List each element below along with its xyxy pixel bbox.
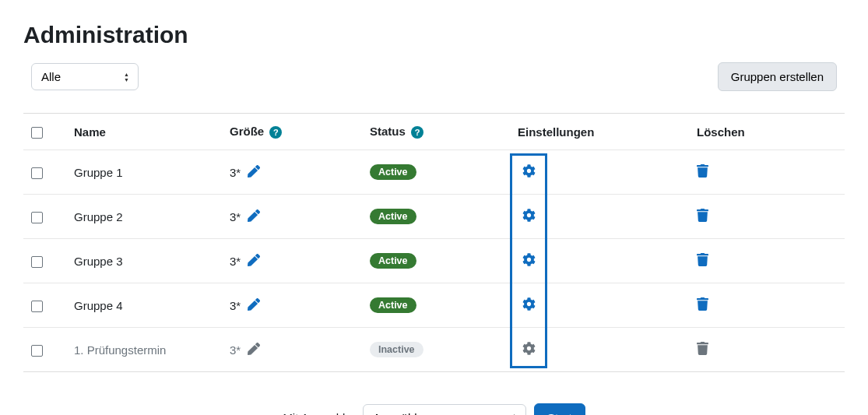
row-checkbox[interactable] <box>31 301 43 312</box>
col-header-name: Name <box>66 114 222 150</box>
row-size: 3* <box>230 299 241 312</box>
row-checkbox-cell <box>23 195 66 239</box>
row-size-cell: 3* <box>222 195 362 239</box>
col-header-size-label: Größe <box>230 125 264 138</box>
trash-icon[interactable] <box>697 300 708 313</box>
trash-icon[interactable] <box>697 255 708 269</box>
bulk-select[interactable]: Auswählen... <box>363 404 526 415</box>
help-icon[interactable]: ? <box>269 126 282 139</box>
status-badge: Active <box>370 209 416 224</box>
row-settings-cell <box>510 283 689 328</box>
gear-icon[interactable] <box>522 342 536 357</box>
row-checkbox-cell <box>23 283 66 328</box>
gear-wrap <box>518 294 539 316</box>
row-size: 3* <box>230 166 241 179</box>
row-size: 3* <box>230 210 241 223</box>
bulk-label: Mit Auswahl... <box>283 411 355 415</box>
row-settings-cell <box>510 239 689 283</box>
row-delete-cell <box>689 328 845 372</box>
help-icon[interactable]: ? <box>411 126 423 139</box>
filter-select-wrap: Alle <box>31 63 139 90</box>
status-badge: Inactive <box>370 342 423 357</box>
table-row: Gruppe 33*Active <box>23 239 845 283</box>
row-checkbox-cell <box>23 150 66 195</box>
row-checkbox[interactable] <box>31 167 43 179</box>
row-delete-cell <box>689 283 845 328</box>
gear-icon[interactable] <box>522 297 536 313</box>
gear-wrap <box>518 206 539 227</box>
gear-wrap <box>518 339 539 360</box>
row-status-cell: Active <box>362 239 510 283</box>
toolbar: Alle Gruppen erstellen <box>23 62 845 91</box>
row-delete-cell <box>689 195 845 239</box>
row-status-cell: Active <box>362 283 510 328</box>
groups-table: Name Größe ? Status ? Einstellungen Lösc… <box>23 113 845 372</box>
row-settings-cell <box>510 150 689 195</box>
start-button[interactable]: Start <box>534 403 585 415</box>
row-size-cell: 3* <box>222 283 362 328</box>
trash-icon[interactable] <box>697 167 708 180</box>
gear-wrap <box>518 250 539 272</box>
row-size-cell: 3* <box>222 239 362 283</box>
row-name: Gruppe 4 <box>66 283 222 328</box>
page-title: Administration <box>23 22 845 48</box>
row-size-cell: 3* <box>222 150 362 195</box>
pencil-icon[interactable] <box>248 298 260 313</box>
status-badge: Active <box>370 164 416 180</box>
trash-icon[interactable] <box>697 211 708 224</box>
row-checkbox-cell <box>23 239 66 283</box>
col-header-status-label: Status <box>370 125 406 138</box>
row-name: 1. Prüfungstermin <box>66 328 222 372</box>
col-header-status: Status ? <box>362 114 510 150</box>
row-name: Gruppe 1 <box>66 150 222 195</box>
row-size: 3* <box>230 255 241 268</box>
table-row: Gruppe 43*Active <box>23 283 845 328</box>
bulk-select-wrap: Auswählen... <box>363 404 526 415</box>
select-all-checkbox[interactable] <box>31 127 43 139</box>
row-size-cell: 3* <box>222 328 362 372</box>
gear-icon[interactable] <box>522 253 536 269</box>
col-header-settings: Einstellungen <box>510 114 689 150</box>
col-header-delete: Löschen <box>689 114 845 150</box>
status-badge: Active <box>370 253 416 269</box>
pencil-icon[interactable] <box>248 254 260 269</box>
status-badge: Active <box>370 297 416 313</box>
gear-icon[interactable] <box>522 164 536 180</box>
table-row: 1. Prüfungstermin3*Inactive <box>23 328 845 372</box>
gear-icon[interactable] <box>522 209 536 224</box>
row-status-cell: Active <box>362 195 510 239</box>
row-name: Gruppe 3 <box>66 239 222 283</box>
row-delete-cell <box>689 239 845 283</box>
row-checkbox-cell <box>23 328 66 372</box>
row-settings-cell <box>510 328 689 372</box>
pencil-icon[interactable] <box>248 343 260 357</box>
row-checkbox[interactable] <box>31 212 43 223</box>
row-checkbox[interactable] <box>31 256 43 268</box>
pencil-icon[interactable] <box>248 165 260 180</box>
col-header-size: Größe ? <box>222 114 362 150</box>
table-row: Gruppe 13*Active <box>23 150 845 195</box>
row-status-cell: Inactive <box>362 328 510 372</box>
row-settings-cell <box>510 195 689 239</box>
row-status-cell: Active <box>362 150 510 195</box>
table-row: Gruppe 23*Active <box>23 195 845 239</box>
trash-icon[interactable] <box>697 344 708 357</box>
row-size: 3* <box>230 343 241 357</box>
filter-select[interactable]: Alle <box>31 63 139 90</box>
col-header-checkbox <box>23 114 66 150</box>
row-checkbox[interactable] <box>31 345 43 357</box>
create-groups-button[interactable]: Gruppen erstellen <box>718 62 837 91</box>
row-delete-cell <box>689 150 845 195</box>
gear-wrap <box>518 161 539 183</box>
pencil-icon[interactable] <box>248 209 260 224</box>
row-name: Gruppe 2 <box>66 195 222 239</box>
bulk-actions: Mit Auswahl... Auswählen... Start <box>23 403 845 415</box>
